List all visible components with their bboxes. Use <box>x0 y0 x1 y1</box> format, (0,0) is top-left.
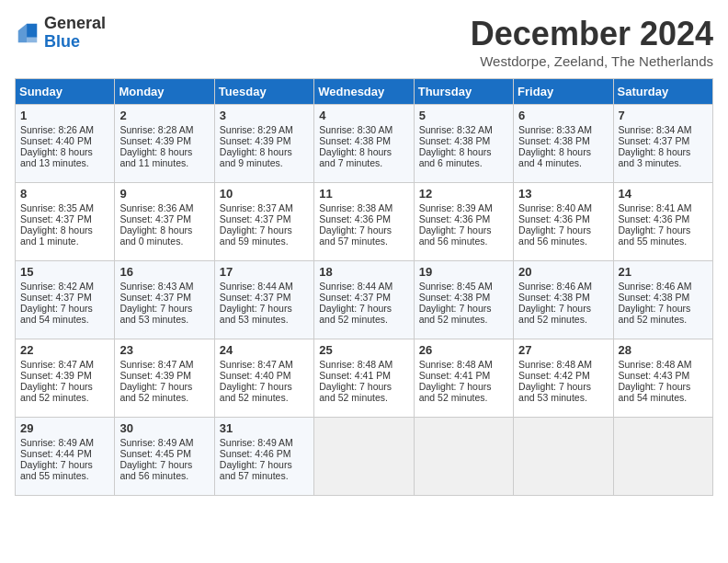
day-info-line: Sunset: 4:37 PM <box>119 213 209 224</box>
day-info-line: Daylight: 7 hours and 56 minutes. <box>518 224 608 247</box>
day-info-line: Sunrise: 8:48 AM <box>619 359 708 370</box>
calendar-table: SundayMondayTuesdayWednesdayThursdayFrid… <box>15 78 713 496</box>
calendar-cell: 14Sunrise: 8:41 AMSunset: 4:36 PMDayligh… <box>613 183 712 261</box>
day-number: 26 <box>419 343 508 357</box>
day-info-line: Sunrise: 8:47 AM <box>20 359 109 370</box>
day-number: 21 <box>619 265 708 279</box>
day-number: 20 <box>518 265 608 279</box>
calendar-cell: 21Sunrise: 8:46 AMSunset: 4:38 PMDayligh… <box>613 261 712 339</box>
calendar-cell: 19Sunrise: 8:45 AMSunset: 4:38 PMDayligh… <box>414 261 513 339</box>
day-info-line: Sunrise: 8:32 AM <box>419 124 508 135</box>
day-info-line: Sunset: 4:39 PM <box>119 370 209 381</box>
day-info-line: Sunrise: 8:44 AM <box>220 281 309 292</box>
calendar-cell: 8Sunrise: 8:35 AMSunset: 4:37 PMDaylight… <box>16 183 115 261</box>
calendar-cell: 25Sunrise: 8:48 AMSunset: 4:41 PMDayligh… <box>314 339 414 418</box>
day-info-line: Sunrise: 8:49 AM <box>220 437 309 448</box>
day-info-line: Daylight: 8 hours and 1 minute. <box>20 224 109 247</box>
day-info-line: Sunrise: 8:45 AM <box>419 281 508 292</box>
calendar-cell: 10Sunrise: 8:37 AMSunset: 4:37 PMDayligh… <box>214 183 313 261</box>
day-info-line: Sunrise: 8:49 AM <box>119 437 209 448</box>
day-number: 17 <box>220 265 309 279</box>
calendar-header-friday: Friday <box>514 79 613 105</box>
day-number: 7 <box>619 109 708 122</box>
day-info-line: Sunset: 4:38 PM <box>619 292 708 303</box>
svg-marker-2 <box>18 24 27 43</box>
day-info-line: Sunset: 4:41 PM <box>319 370 408 381</box>
day-info-line: Sunrise: 8:46 AM <box>619 281 708 292</box>
day-info-line: Sunset: 4:37 PM <box>319 292 408 303</box>
calendar-header-tuesday: Tuesday <box>214 79 313 105</box>
day-info-line: Daylight: 7 hours and 52 minutes. <box>319 381 408 403</box>
day-number: 9 <box>119 187 209 201</box>
day-info-line: Sunrise: 8:28 AM <box>119 124 209 135</box>
calendar-cell: 24Sunrise: 8:47 AMSunset: 4:40 PMDayligh… <box>214 339 313 418</box>
calendar-cell: 29Sunrise: 8:49 AMSunset: 4:44 PMDayligh… <box>16 418 115 496</box>
day-info-line: Sunrise: 8:47 AM <box>119 359 209 370</box>
calendar-cell: 17Sunrise: 8:44 AMSunset: 4:37 PMDayligh… <box>214 261 313 339</box>
day-info-line: Daylight: 8 hours and 7 minutes. <box>319 146 408 168</box>
day-number: 18 <box>319 265 408 279</box>
day-number: 31 <box>220 421 309 435</box>
calendar-cell: 30Sunrise: 8:49 AMSunset: 4:45 PMDayligh… <box>115 418 214 496</box>
calendar-header-sunday: Sunday <box>16 79 115 105</box>
day-info-line: Sunset: 4:38 PM <box>518 292 608 303</box>
day-info-line: Daylight: 7 hours and 55 minutes. <box>20 459 109 481</box>
day-number: 15 <box>20 265 109 279</box>
day-info-line: Sunset: 4:39 PM <box>220 135 309 146</box>
svg-marker-1 <box>27 37 37 42</box>
day-info-line: Sunset: 4:38 PM <box>419 135 508 146</box>
calendar-cell <box>414 418 513 496</box>
day-info-line: Sunrise: 8:39 AM <box>419 202 508 213</box>
day-info-line: Daylight: 7 hours and 59 minutes. <box>220 224 309 247</box>
day-info-line: Sunset: 4:37 PM <box>20 292 109 303</box>
day-info-line: Sunrise: 8:44 AM <box>319 281 408 292</box>
day-info-line: Daylight: 7 hours and 52 minutes. <box>319 303 408 325</box>
day-info-line: Sunrise: 8:48 AM <box>319 359 408 370</box>
day-info-line: Daylight: 8 hours and 4 minutes. <box>518 146 608 168</box>
day-info-line: Daylight: 8 hours and 9 minutes. <box>220 146 309 168</box>
day-number: 14 <box>619 187 708 201</box>
day-info-line: Daylight: 7 hours and 57 minutes. <box>220 459 309 481</box>
day-info-line: Sunset: 4:45 PM <box>119 448 209 459</box>
day-info-line: Sunrise: 8:26 AM <box>20 124 109 135</box>
day-info-line: Sunset: 4:40 PM <box>20 135 109 146</box>
calendar-week-row: 22Sunrise: 8:47 AMSunset: 4:39 PMDayligh… <box>16 339 713 418</box>
day-info-line: Sunset: 4:40 PM <box>220 370 309 381</box>
calendar-cell <box>613 418 712 496</box>
day-info-line: Daylight: 7 hours and 52 minutes. <box>419 381 508 403</box>
day-info-line: Sunset: 4:38 PM <box>419 292 508 303</box>
day-info-line: Sunrise: 8:36 AM <box>119 202 209 213</box>
day-info-line: Sunrise: 8:29 AM <box>220 124 309 135</box>
day-info-line: Daylight: 7 hours and 56 minutes. <box>119 459 209 481</box>
day-info-line: Sunset: 4:36 PM <box>518 213 608 224</box>
day-info-line: Sunrise: 8:46 AM <box>518 281 608 292</box>
day-number: 28 <box>619 343 708 357</box>
calendar-cell: 7Sunrise: 8:34 AMSunset: 4:37 PMDaylight… <box>613 105 712 183</box>
calendar-cell: 15Sunrise: 8:42 AMSunset: 4:37 PMDayligh… <box>16 261 115 339</box>
day-info-line: Sunrise: 8:40 AM <box>518 202 608 213</box>
calendar-header-wednesday: Wednesday <box>314 79 414 105</box>
logo-blue: Blue <box>44 33 106 52</box>
day-info-line: Daylight: 7 hours and 53 minutes. <box>220 303 309 325</box>
logo: General Blue <box>15 15 106 52</box>
calendar-cell: 5Sunrise: 8:32 AMSunset: 4:38 PMDaylight… <box>414 105 513 183</box>
calendar-cell: 3Sunrise: 8:29 AMSunset: 4:39 PMDaylight… <box>214 105 313 183</box>
day-info-line: Daylight: 7 hours and 52 minutes. <box>119 381 209 403</box>
day-info-line: Sunset: 4:38 PM <box>518 135 608 146</box>
day-info-line: Sunset: 4:37 PM <box>220 213 309 224</box>
calendar-cell: 31Sunrise: 8:49 AMSunset: 4:46 PMDayligh… <box>214 418 313 496</box>
day-info-line: Sunset: 4:36 PM <box>619 213 708 224</box>
day-number: 8 <box>20 187 109 201</box>
page-header: General Blue December 2024 Westdorpe, Ze… <box>15 15 713 69</box>
day-number: 11 <box>319 187 408 201</box>
calendar-cell: 23Sunrise: 8:47 AMSunset: 4:39 PMDayligh… <box>115 339 214 418</box>
day-info-line: Daylight: 7 hours and 55 minutes. <box>619 224 708 247</box>
day-info-line: Sunset: 4:37 PM <box>20 213 109 224</box>
logo-general: General <box>44 15 106 33</box>
day-info-line: Daylight: 7 hours and 57 minutes. <box>319 224 408 247</box>
calendar-cell: 13Sunrise: 8:40 AMSunset: 4:36 PMDayligh… <box>514 183 613 261</box>
day-number: 4 <box>319 109 408 122</box>
day-info-line: Sunset: 4:38 PM <box>319 135 408 146</box>
day-info-line: Daylight: 7 hours and 56 minutes. <box>419 224 508 247</box>
calendar-week-row: 1Sunrise: 8:26 AMSunset: 4:40 PMDaylight… <box>16 105 713 183</box>
